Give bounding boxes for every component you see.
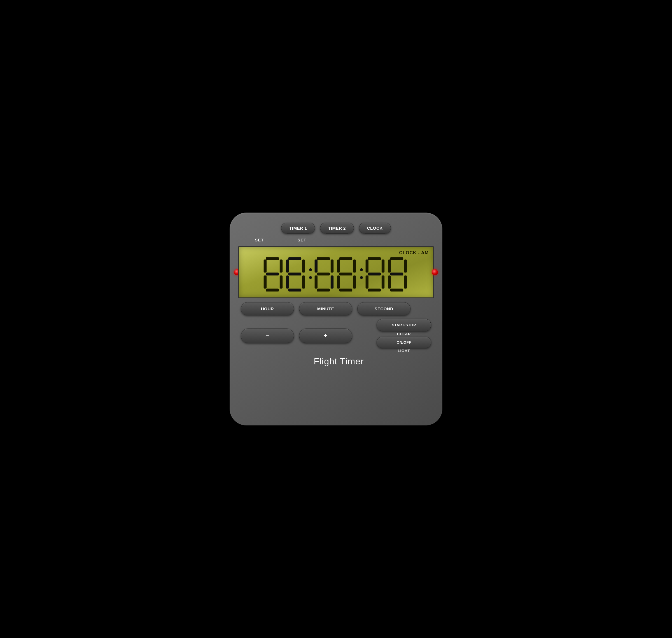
svg-rect-23 [353, 259, 356, 272]
hour-button[interactable]: HOUR [241, 302, 294, 315]
brand-row: Flight Timer [241, 356, 431, 367]
right-control-stack: START/STOP CLEAR ON/OFF LIGHT [376, 319, 431, 353]
second-button[interactable]: SECOND [357, 302, 410, 315]
svg-rect-8 [286, 259, 289, 272]
digit-sec-units [387, 256, 409, 293]
svg-rect-3 [266, 272, 279, 275]
svg-rect-28 [368, 257, 381, 260]
timer2-button[interactable]: TIMER 2 [320, 223, 354, 234]
time-display [243, 256, 429, 293]
svg-rect-30 [382, 259, 384, 272]
control-row: − + START/STOP CLEAR ON/OFF LIGHT [241, 319, 431, 353]
flight-timer-device: TIMER 1 TIMER 2 CLOCK SET SET CLOCK - AM [230, 213, 442, 425]
on-off-button[interactable]: ON/OFF [376, 337, 431, 348]
svg-rect-27 [339, 288, 352, 291]
bottom-section: HOUR MINUTE SECOND − + START/STOP CLEAR … [238, 302, 434, 367]
svg-rect-16 [331, 259, 334, 272]
timer2-set-label: SET [297, 237, 306, 242]
digit-2 [314, 256, 336, 293]
svg-rect-17 [317, 272, 330, 275]
svg-rect-21 [339, 257, 352, 260]
svg-rect-25 [337, 275, 340, 289]
set-labels-row: SET SET [238, 237, 434, 242]
plus-button[interactable]: + [299, 329, 352, 343]
svg-rect-10 [288, 272, 301, 275]
light-label: LIGHT [398, 349, 410, 353]
svg-rect-29 [366, 259, 369, 272]
digit-1 [285, 256, 307, 293]
colon-1 [307, 268, 314, 279]
digit-sec-tens [365, 256, 387, 293]
display-wrapper: CLOCK - AM [238, 246, 434, 298]
svg-rect-11 [286, 275, 289, 289]
svg-rect-41 [390, 288, 403, 291]
svg-rect-2 [280, 259, 283, 272]
svg-rect-7 [288, 257, 301, 260]
pm-buttons: − + [241, 329, 352, 343]
svg-rect-33 [382, 275, 384, 289]
brand-label: Flight Timer [241, 356, 431, 367]
svg-rect-38 [390, 272, 403, 275]
timer1-set-label: SET [255, 237, 264, 242]
svg-rect-4 [264, 275, 267, 289]
colon-2 [358, 268, 365, 279]
svg-rect-20 [317, 288, 330, 291]
svg-rect-31 [368, 272, 381, 275]
led-right [432, 269, 438, 275]
svg-rect-0 [266, 257, 279, 260]
svg-rect-9 [302, 259, 305, 272]
svg-rect-22 [337, 259, 340, 272]
svg-rect-26 [353, 275, 356, 289]
svg-rect-34 [368, 288, 381, 291]
svg-rect-15 [315, 259, 318, 272]
digit-8 [336, 256, 358, 293]
minus-button[interactable]: − [241, 329, 294, 343]
lcd-display: CLOCK - AM [238, 246, 434, 298]
svg-rect-24 [339, 272, 352, 275]
svg-rect-5 [280, 275, 283, 289]
adjustment-button-row: HOUR MINUTE SECOND [241, 302, 431, 315]
clock-button[interactable]: CLOCK [359, 223, 391, 234]
svg-rect-37 [404, 259, 407, 272]
svg-rect-1 [264, 259, 267, 272]
svg-rect-13 [288, 288, 301, 291]
digit-0 [263, 256, 285, 293]
svg-rect-14 [317, 257, 330, 260]
svg-rect-40 [404, 275, 407, 289]
svg-rect-6 [266, 288, 279, 291]
svg-rect-39 [388, 275, 391, 289]
svg-rect-19 [331, 275, 334, 289]
svg-rect-36 [388, 259, 391, 272]
svg-rect-12 [302, 275, 305, 289]
svg-rect-35 [390, 257, 403, 260]
clear-label: CLEAR [397, 332, 411, 336]
mode-label: CLOCK - AM [243, 250, 429, 255]
minute-button[interactable]: MINUTE [299, 302, 352, 315]
svg-rect-32 [366, 275, 369, 289]
svg-rect-18 [315, 275, 318, 289]
timer1-button[interactable]: TIMER 1 [281, 223, 315, 234]
top-button-row: TIMER 1 TIMER 2 CLOCK [281, 223, 391, 234]
start-stop-button[interactable]: START/STOP [376, 319, 431, 331]
